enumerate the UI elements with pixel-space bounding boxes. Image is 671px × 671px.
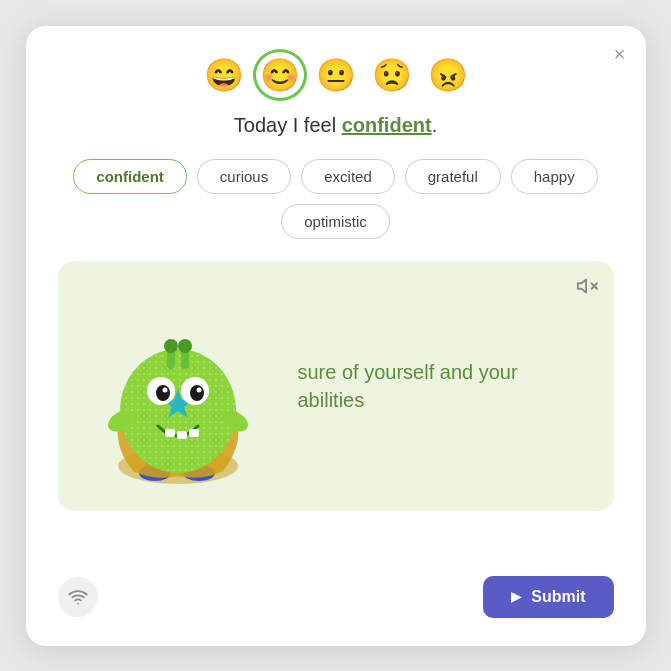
svg-rect-13 (189, 429, 199, 437)
svg-point-16 (156, 385, 170, 401)
svg-marker-0 (577, 279, 585, 292)
mute-button[interactable] (576, 275, 598, 302)
emoji-very-happy[interactable]: 😄 (202, 54, 246, 96)
main-modal: × 😄 😊 😐 😟 😠 Today I feel confident. conf… (26, 26, 646, 646)
footer-row: ▶ Submit (58, 576, 614, 618)
wifi-button[interactable] (58, 577, 98, 617)
character-description: sure of yourself and your abilities (278, 358, 584, 414)
submit-button[interactable]: ▶ Submit (483, 576, 613, 618)
feeling-text: Today I feel confident. (234, 114, 437, 137)
submit-label: Submit (531, 588, 585, 606)
tag-confident[interactable]: confident (73, 159, 187, 194)
svg-point-23 (178, 339, 192, 353)
emoji-worried[interactable]: 😟 (370, 54, 414, 96)
tag-happy[interactable]: happy (511, 159, 598, 194)
tag-curious[interactable]: curious (197, 159, 291, 194)
svg-rect-11 (165, 429, 175, 437)
svg-point-19 (196, 387, 201, 392)
submit-play-icon: ▶ (511, 589, 521, 604)
close-button[interactable]: × (614, 44, 626, 64)
monster-svg (93, 281, 263, 491)
svg-point-17 (190, 385, 204, 401)
emoji-row: 😄 😊 😐 😟 😠 (202, 54, 470, 96)
character-image (78, 281, 278, 491)
tag-grateful[interactable]: grateful (405, 159, 501, 194)
character-card: sure of yourself and your abilities (58, 261, 614, 511)
svg-point-18 (162, 387, 167, 392)
svg-rect-12 (177, 431, 187, 439)
emoji-angry[interactable]: 😠 (426, 54, 470, 96)
svg-point-22 (164, 339, 178, 353)
feeling-word: confident (342, 114, 432, 136)
emoji-happy[interactable]: 😊 (258, 54, 302, 96)
mute-icon (576, 275, 598, 297)
wifi-icon (68, 587, 88, 607)
emoji-neutral[interactable]: 😐 (314, 54, 358, 96)
tag-optimistic[interactable]: optimistic (281, 204, 390, 239)
emotion-tags: confident curious excited grateful happy… (58, 159, 614, 239)
feeling-suffix: . (432, 114, 438, 136)
tag-excited[interactable]: excited (301, 159, 395, 194)
feeling-prefix: Today I feel (234, 114, 342, 136)
